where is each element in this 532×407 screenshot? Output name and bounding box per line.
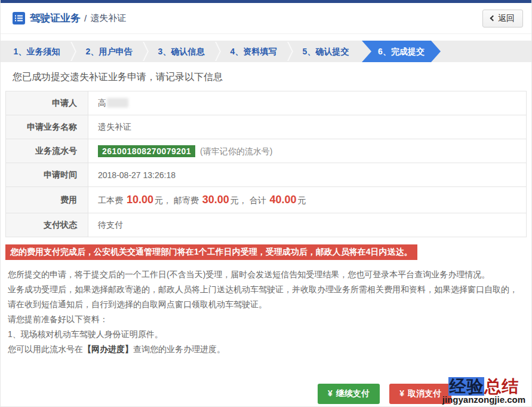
serial-number-badge: 261001808270079201 — [98, 145, 195, 157]
fee-unit: 元 — [298, 195, 306, 205]
table-row-applicant: 申请人 高 — [6, 91, 527, 115]
redacted-name-blur — [107, 98, 128, 108]
watermark-text-red: 总结 — [484, 377, 519, 396]
fee-item-name: 合计 — [250, 195, 266, 205]
instruction-paragraph: 请您提前准备好以下资料： — [8, 312, 524, 327]
fee-unit: 元 — [230, 195, 239, 205]
step-6-complete-submit-active: 6、完成提交 — [362, 41, 441, 62]
page-header: 驾驶证业务 / 遗失补证 返回 — [1, 3, 531, 34]
yuan-icon: ¥ — [328, 388, 333, 398]
instruction-paragraph: 您所提交的申请，将于提交后的一个工作日(不含当天)受理，届时会发送短信告知受理结… — [8, 267, 524, 282]
step-label: 5、确认提交 — [303, 47, 349, 56]
serial-value-cell: 261001808270079201 (请牢记你的流水号) — [88, 139, 527, 163]
progress-note-prefix: 您可以用此流水号在 — [8, 344, 83, 354]
serial-note: (请牢记你的流水号) — [200, 146, 272, 156]
fee-item-amount: 40.00 — [270, 194, 297, 206]
page-title: 驾驶证业务 — [30, 11, 81, 25]
step-4-fill-material: 4、资料填写 — [217, 41, 290, 62]
table-row-business-name: 申请业务名称 遗失补证 — [6, 115, 527, 139]
instructions: 您所提交的申请，将于提交后的一个工作日(不含当天)受理，届时会发送短信告知受理结… — [8, 267, 524, 357]
watermark-url: jingyanzongjie.com — [442, 395, 525, 405]
business-list-icon — [13, 12, 25, 25]
site-watermark: 经验总结 jingyanzongjie.com — [442, 378, 525, 405]
step-label: 3、确认信息 — [158, 47, 205, 56]
applicant-value-cell: 高 — [88, 91, 527, 115]
fee-item-name: 邮寄费 — [174, 195, 199, 205]
apply-time-label: 申请时间 — [6, 163, 88, 187]
cancel-payment-label: 取消支付 — [408, 388, 441, 398]
step-2-user-declaration: 2、用户申告 — [73, 41, 145, 62]
chevron-left-icon — [490, 16, 496, 22]
breadcrumb-separator: / — [84, 13, 87, 23]
table-row-serial: 业务流水号 261001808270079201 (请牢记你的流水号) — [6, 139, 527, 163]
business-name-label: 申请业务名称 — [6, 115, 88, 139]
yuan-icon: ¥ — [399, 388, 404, 398]
progress-note-suffix: 查询您的业务办理进度。 — [133, 344, 225, 354]
step-label: 4、资料填写 — [230, 47, 277, 56]
business-name-value: 遗失补证 — [88, 115, 527, 139]
fee-separator: ， — [163, 195, 171, 205]
progress-menu-highlight: 【网办进度】 — [83, 344, 133, 354]
fee-label: 费用 — [6, 187, 88, 213]
fee-separator: ， — [239, 195, 247, 205]
step-label: 2、用户申告 — [86, 47, 133, 56]
back-button[interactable]: 返回 — [482, 10, 523, 27]
continue-payment-label: 继续支付 — [336, 388, 370, 398]
watermark-logo-text: 经验总结 — [442, 378, 525, 395]
success-message: 您已成功提交遗失补证业务申请，请记录以下信息 — [13, 71, 531, 84]
table-row-apply-time: 申请时间 2018-08-27 13:26:18 — [6, 163, 527, 187]
progress-query-note: 您可以用此流水号在【网办进度】查询您的业务办理进度。 — [8, 342, 524, 357]
fee-value-cell: 工本费 10.00元， 邮寄费 30.00元， 合计 40.00元 — [88, 187, 527, 213]
page-container: 驾驶证业务 / 遗失补证 返回 1、业务须知 2、用户申告 3、确认信息 4、资… — [0, 0, 532, 407]
applicant-name: 高 — [98, 98, 106, 108]
serial-label: 业务流水号 — [6, 139, 88, 163]
pay-status-label: 支付状态 — [6, 213, 88, 237]
fee-unit: 元 — [155, 195, 163, 205]
fee-item-amount: 10.00 — [127, 194, 153, 206]
step-label: 6、完成提交 — [378, 47, 425, 56]
step-label: 1、业务须知 — [14, 47, 60, 56]
instruction-paragraph: 业务成功受理后，如果选择邮政寄递的，邮政人员将上门送达机动车驾驶证，并收取办理业… — [8, 282, 524, 312]
payment-notice-banner: 您的费用支付完成后，公安机关交通管理部门将在1个工作日内受理，受理成功后，邮政人… — [5, 244, 417, 260]
pay-status-value: 待支付 — [88, 213, 527, 237]
breadcrumb-current: 遗失补证 — [90, 13, 126, 24]
applicant-label: 申请人 — [6, 91, 88, 115]
fee-item-amount: 30.00 — [202, 194, 229, 206]
table-row-pay-status: 支付状态 待支付 — [6, 213, 527, 237]
step-5-confirm-submit: 5、确认提交 — [290, 41, 362, 62]
step-1-business-notice: 1、业务须知 — [1, 41, 73, 62]
watermark-text-blue: 经验 — [448, 377, 484, 396]
instruction-paragraph: 1、现场核对机动车驾驶人身份证明原件。 — [8, 327, 524, 342]
step-progress-bar: 1、业务须知 2、用户申告 3、确认信息 4、资料填写 5、确认提交 6、完成提… — [1, 41, 531, 62]
back-button-label: 返回 — [498, 13, 515, 24]
apply-time-value: 2018-08-27 13:26:18 — [88, 163, 527, 187]
fee-item-name: 工本费 — [98, 195, 123, 205]
notice-wrapper: 您的费用支付完成后，公安机关交通管理部门将在1个工作日内受理，受理成功后，邮政人… — [5, 244, 527, 260]
submission-info-table: 申请人 高 申请业务名称 遗失补证 业务流水号 2610018082700792… — [5, 91, 527, 237]
step-3-confirm-info: 3、确认信息 — [145, 41, 217, 62]
table-row-fee: 费用 工本费 10.00元， 邮寄费 30.00元， 合计 40.00元 — [6, 187, 527, 213]
continue-payment-button[interactable]: ¥继续支付 — [318, 384, 380, 404]
